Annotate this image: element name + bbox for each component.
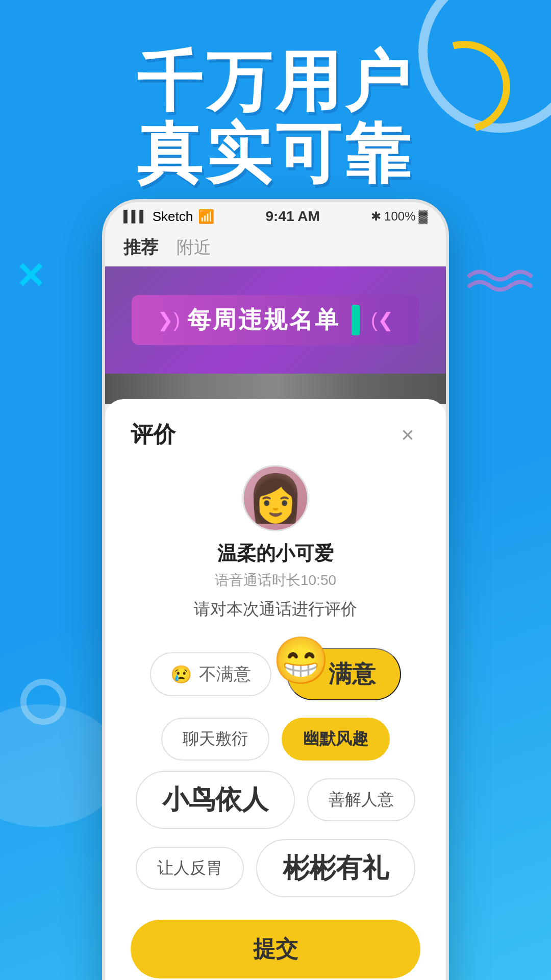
tags-row-3: 让人反胃 彬彬有礼 xyxy=(131,839,420,897)
tag-label: 聊天敷衍 xyxy=(183,729,248,748)
time-display: 9:41 AM xyxy=(266,208,320,225)
avatar-image: 👩 xyxy=(247,472,304,525)
banner-bar xyxy=(352,305,360,335)
tags-row-1: 聊天敷衍 幽默风趣 xyxy=(131,718,420,761)
modal-title: 评价 xyxy=(131,420,176,450)
tag-label: 让人反胃 xyxy=(157,859,222,877)
user-name: 温柔的小可爱 xyxy=(217,541,334,567)
banner-deco-right: (❮ xyxy=(371,309,394,331)
tab-nearby[interactable]: 附近 xyxy=(177,236,211,259)
deco-circle xyxy=(20,679,66,725)
nav-tabs: 推荐 附近 xyxy=(105,231,446,266)
battery-label: 100% xyxy=(384,209,415,224)
signal-icon: ▌▌▌ xyxy=(123,210,147,223)
hero-section: 千万用户 真实可靠 xyxy=(0,46,551,190)
phone-screen: ▌▌▌ Sketch 📶 9:41 AM ✱ 100% ▓ 推荐 附近 ❯) 每… xyxy=(102,199,449,980)
tags-row-2: 小鸟依人 善解人意 xyxy=(131,771,420,829)
status-bar: ▌▌▌ Sketch 📶 9:41 AM ✱ 100% ▓ xyxy=(105,202,446,231)
tag-polite[interactable]: 彬彬有礼 xyxy=(256,839,415,897)
tag-understanding[interactable]: 善解人意 xyxy=(307,778,415,821)
wifi-icon: 📶 xyxy=(198,209,214,225)
avatar-area: 👩 温柔的小可爱 语音通话时长10:50 请对本次通话进行评价 xyxy=(131,465,420,636)
phone-mockup: ▌▌▌ Sketch 📶 9:41 AM ✱ 100% ▓ 推荐 附近 ❯) 每… xyxy=(102,199,449,980)
bluetooth-icon: ✱ xyxy=(371,209,381,224)
status-right: ✱ 100% ▓ xyxy=(371,209,428,224)
satisfied-button[interactable]: 😁 满意 xyxy=(287,648,401,700)
rating-buttons: 😢 不满意 😁 满意 xyxy=(131,648,420,700)
satisfied-emoji-large: 😁 xyxy=(272,634,330,688)
rating-modal: 评价 × 👩 温柔的小可爱 语音通话时长10:50 请对本次通话进行评价 😢 不… xyxy=(105,399,446,980)
rate-prompt: 请对本次通话进行评价 xyxy=(194,598,357,621)
tab-recommended[interactable]: 推荐 xyxy=(123,236,158,259)
tag-label: 小鸟依人 xyxy=(162,785,268,814)
tag-label: 幽默风趣 xyxy=(303,729,368,748)
battery-icon: ▓ xyxy=(418,209,428,224)
tag-chat-perfunctory[interactable]: 聊天敷衍 xyxy=(161,718,269,761)
dissatisfied-button[interactable]: 😢 不满意 xyxy=(150,652,271,696)
tags-grid: 聊天敷衍 幽默风趣 小鸟依人 善解人意 xyxy=(131,718,420,897)
tag-label: 彬彬有礼 xyxy=(283,853,389,883)
tag-humorous[interactable]: 幽默风趣 xyxy=(282,718,390,761)
close-button[interactable]: × xyxy=(395,422,420,448)
banner[interactable]: ❯) 每周违规名单 (❮ xyxy=(105,266,446,374)
banner-content: ❯) 每周违规名单 (❮ xyxy=(132,295,419,345)
hero-title-line2: 真实可靠 xyxy=(0,118,551,190)
satisfied-label: 满意 xyxy=(329,658,375,690)
deco-wave-icon xyxy=(464,265,536,296)
banner-text: 每周违规名单 xyxy=(187,304,340,336)
status-left: ▌▌▌ Sketch 📶 xyxy=(123,209,214,225)
hero-title-line1: 千万用户 xyxy=(0,46,551,118)
tag-birds-depend[interactable]: 小鸟依人 xyxy=(136,771,295,829)
tag-disgusting[interactable]: 让人反胃 xyxy=(136,847,244,890)
carrier-label: Sketch xyxy=(153,209,193,225)
call-duration: 语音通话时长10:50 xyxy=(215,571,336,590)
banner-deco-left: ❯) xyxy=(157,309,180,331)
avatar: 👩 xyxy=(242,465,309,531)
tag-label: 善解人意 xyxy=(329,790,394,808)
dissatisfied-label: 不满意 xyxy=(199,663,251,686)
deco-x-icon: ✕ xyxy=(15,255,45,297)
modal-header: 评价 × xyxy=(131,420,420,450)
dissatisfied-emoji: 😢 xyxy=(170,664,192,684)
submit-button[interactable]: 提交 xyxy=(131,920,420,978)
